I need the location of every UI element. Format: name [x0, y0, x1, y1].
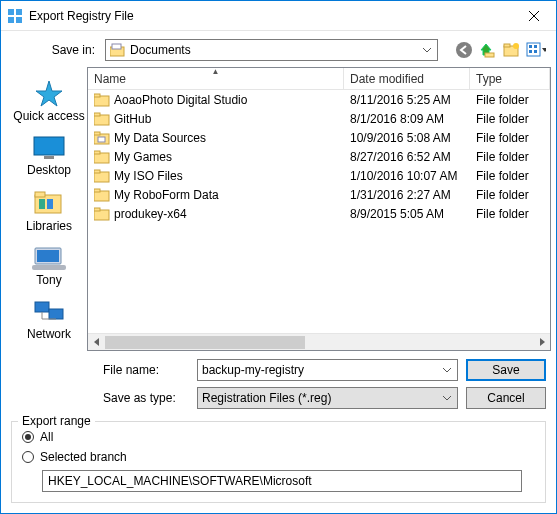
scroll-right-icon[interactable] — [533, 334, 550, 351]
folder-icon — [94, 93, 110, 107]
svg-rect-41 — [94, 170, 100, 173]
place-libraries[interactable]: Libraries — [11, 185, 87, 237]
computer-icon — [32, 245, 66, 271]
column-header-name[interactable]: ▲ Name — [88, 68, 344, 89]
app-icon — [7, 8, 23, 24]
file-row[interactable]: GitHub8/1/2016 8:09 AMFile folder — [88, 109, 550, 128]
file-row[interactable]: produkey-x648/9/2015 5:05 AMFile folder — [88, 204, 550, 223]
savein-label: Save in: — [11, 43, 99, 57]
file-date: 8/11/2016 5:25 AM — [344, 93, 470, 107]
network-icon — [32, 299, 66, 325]
svg-rect-28 — [49, 309, 63, 319]
chevron-down-icon — [440, 363, 454, 377]
chevron-down-icon — [440, 391, 454, 405]
file-type: File folder — [470, 131, 550, 145]
svg-rect-27 — [35, 302, 49, 312]
file-date: 8/1/2016 8:09 AM — [344, 112, 470, 126]
scroll-track[interactable] — [105, 334, 533, 351]
radio-selected-branch[interactable]: Selected branch — [22, 450, 535, 464]
export-range-legend: Export range — [18, 414, 95, 428]
svg-rect-43 — [94, 189, 100, 192]
svg-rect-1 — [16, 9, 22, 15]
file-type: File folder — [470, 169, 550, 183]
svg-rect-14 — [529, 45, 532, 48]
libraries-icon — [33, 189, 65, 217]
svg-point-12 — [513, 43, 519, 49]
file-name: My Data Sources — [114, 131, 206, 145]
horizontal-scrollbar[interactable] — [88, 333, 550, 350]
folder-icon — [94, 150, 110, 164]
file-name: My Games — [114, 150, 172, 164]
scroll-thumb[interactable] — [105, 336, 305, 349]
radio-icon — [22, 431, 34, 443]
chevron-down-icon — [420, 43, 434, 57]
svg-point-8 — [456, 42, 472, 58]
file-row[interactable]: My Data Sources10/9/2016 5:08 AMFile fol… — [88, 128, 550, 147]
svg-rect-3 — [16, 17, 22, 23]
place-network[interactable]: Network — [11, 295, 87, 345]
file-name: AoaoPhoto Digital Studio — [114, 93, 247, 107]
svg-rect-39 — [94, 151, 100, 154]
svg-rect-23 — [47, 199, 53, 209]
file-list[interactable]: AoaoPhoto Digital Studio8/11/2016 5:25 A… — [88, 90, 550, 333]
svg-rect-7 — [112, 44, 121, 49]
svg-rect-17 — [534, 50, 537, 53]
saveastype-label: Save as type: — [11, 391, 189, 405]
saveastype-dropdown[interactable]: Registration Files (*.reg) — [197, 387, 458, 409]
place-quick-access[interactable]: Quick access — [11, 75, 87, 127]
file-type: File folder — [470, 93, 550, 107]
svg-rect-13 — [527, 43, 540, 56]
svg-rect-2 — [8, 17, 14, 23]
folder-icon — [94, 131, 110, 145]
savein-dropdown[interactable]: Documents — [105, 39, 438, 61]
svg-rect-11 — [504, 44, 510, 47]
column-header-type[interactable]: Type — [470, 68, 550, 89]
branch-path-input[interactable]: HKEY_LOCAL_MACHINE\SOFTWARE\Microsoft — [42, 470, 522, 492]
place-tony[interactable]: Tony — [11, 241, 87, 291]
titlebar: Export Registry File — [1, 1, 556, 31]
radio-all[interactable]: All — [22, 430, 535, 444]
savein-toolbar — [454, 40, 546, 60]
file-date: 8/9/2015 5:05 AM — [344, 207, 470, 221]
file-name: GitHub — [114, 112, 151, 126]
close-button[interactable] — [511, 1, 556, 30]
file-type: File folder — [470, 150, 550, 164]
back-button[interactable] — [454, 40, 474, 60]
svg-rect-18 — [34, 137, 64, 155]
file-row[interactable]: My RoboForm Data1/31/2016 2:27 AMFile fo… — [88, 185, 550, 204]
export-range-group: Export range All Selected branch HKEY_LO… — [11, 421, 546, 503]
documents-icon — [110, 43, 126, 57]
svg-rect-16 — [529, 50, 532, 53]
file-name: My RoboForm Data — [114, 188, 219, 202]
file-row[interactable]: My ISO Files1/10/2016 10:07 AMFile folde… — [88, 166, 550, 185]
folder-icon — [94, 207, 110, 221]
svg-rect-19 — [44, 156, 54, 159]
view-menu-button[interactable] — [526, 40, 546, 60]
file-list-header: ▲ Name Date modified Type — [88, 68, 550, 90]
export-registry-dialog: Export Registry File Save in: Documents — [0, 0, 557, 514]
file-row[interactable]: My Games8/27/2016 6:52 AMFile folder — [88, 147, 550, 166]
file-date: 1/10/2016 10:07 AM — [344, 169, 470, 183]
up-button[interactable] — [478, 40, 498, 60]
column-header-date[interactable]: Date modified — [344, 68, 470, 89]
file-name: produkey-x64 — [114, 207, 187, 221]
save-button[interactable]: Save — [466, 359, 546, 381]
svg-rect-22 — [39, 199, 45, 209]
window-title: Export Registry File — [29, 9, 511, 23]
place-desktop[interactable]: Desktop — [11, 131, 87, 181]
file-date: 1/31/2016 2:27 AM — [344, 188, 470, 202]
svg-rect-37 — [98, 137, 105, 142]
sort-indicator-icon: ▲ — [212, 67, 220, 76]
svg-rect-21 — [35, 192, 45, 197]
savein-value: Documents — [130, 43, 191, 57]
filename-label: File name: — [11, 363, 189, 377]
filename-input[interactable]: backup-my-registry — [197, 359, 458, 381]
file-row[interactable]: AoaoPhoto Digital Studio8/11/2016 5:25 A… — [88, 90, 550, 109]
scroll-left-icon[interactable] — [88, 334, 105, 351]
new-folder-button[interactable] — [502, 40, 522, 60]
file-type: File folder — [470, 112, 550, 126]
star-icon — [33, 79, 65, 107]
folder-icon — [94, 112, 110, 126]
cancel-button[interactable]: Cancel — [466, 387, 546, 409]
svg-rect-45 — [94, 208, 100, 211]
